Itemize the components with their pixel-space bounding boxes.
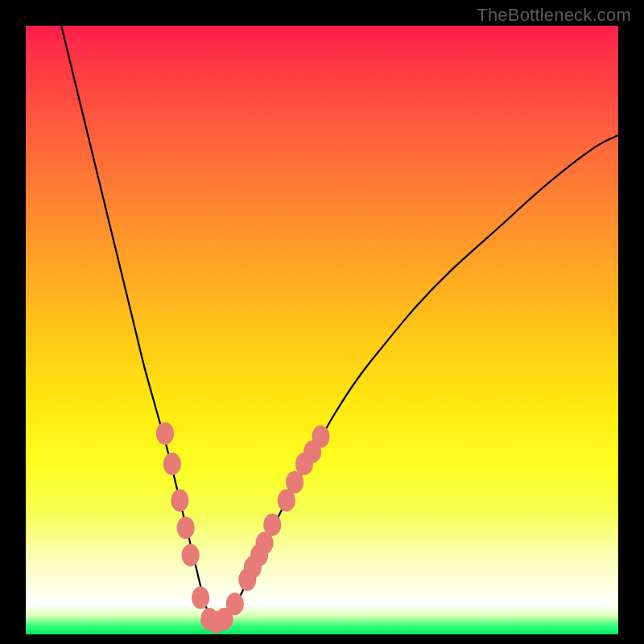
curve-marker — [182, 544, 200, 567]
curve-marker — [177, 517, 195, 539]
curve-marker — [192, 587, 209, 609]
curve-marker — [263, 514, 281, 536]
curve-marker — [312, 425, 330, 448]
curve-marker — [171, 489, 188, 512]
chart-frame: TheBottleneck.com — [0, 0, 644, 644]
watermark-text: TheBottleneck.com — [477, 5, 631, 26]
chart-svg — [26, 26, 618, 634]
curve-layer — [61, 26, 618, 623]
plot-area — [26, 26, 618, 634]
bottleneck-curve — [61, 26, 618, 623]
curve-marker — [156, 423, 174, 445]
curve-markers — [156, 423, 330, 634]
curve-marker — [163, 452, 181, 475]
curve-marker — [226, 592, 244, 615]
